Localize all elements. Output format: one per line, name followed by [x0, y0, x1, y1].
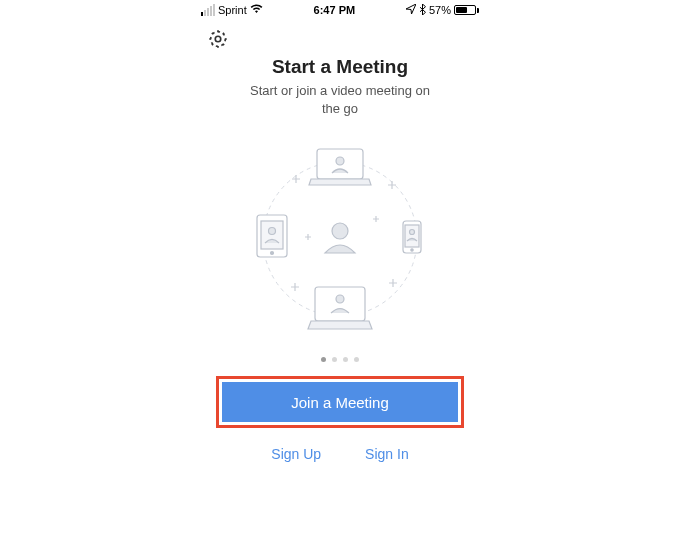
svg-point-8	[271, 252, 274, 255]
sign-in-link[interactable]: Sign In	[365, 446, 409, 462]
join-button-highlight: Join a Meeting	[216, 376, 464, 428]
battery-icon	[454, 5, 479, 15]
phone-screen: Sprint 6:47 PM 57%	[195, 0, 485, 536]
page-subtitle: Start or join a video meeting on the go	[250, 82, 430, 117]
gear-icon[interactable]	[207, 36, 229, 53]
svg-point-5	[336, 157, 344, 165]
svg-point-3	[332, 223, 348, 239]
page-indicator	[321, 357, 359, 362]
page-dot	[354, 357, 359, 362]
top-bar	[195, 20, 485, 54]
join-meeting-button[interactable]: Join a Meeting	[222, 382, 458, 422]
svg-point-0	[215, 36, 221, 42]
svg-rect-14	[315, 287, 365, 321]
sign-up-link[interactable]: Sign Up	[271, 446, 321, 462]
svg-point-9	[269, 228, 276, 235]
status-left: Sprint	[201, 4, 263, 16]
svg-point-1	[211, 32, 226, 47]
signal-icon	[201, 4, 215, 16]
status-bar: Sprint 6:47 PM 57%	[195, 0, 485, 20]
devices-illustration	[235, 131, 445, 345]
page-title: Start a Meeting	[272, 56, 408, 78]
auth-links: Sign Up Sign In	[271, 446, 408, 462]
status-time: 6:47 PM	[314, 4, 356, 16]
page-dot	[321, 357, 326, 362]
svg-point-15	[336, 295, 344, 303]
svg-point-12	[411, 249, 413, 251]
page-dot	[343, 357, 348, 362]
bluetooth-icon	[419, 4, 426, 17]
location-icon	[406, 4, 416, 16]
svg-rect-11	[405, 225, 419, 247]
svg-point-13	[410, 230, 415, 235]
battery-pct: 57%	[429, 4, 451, 16]
wifi-icon	[250, 4, 263, 16]
carrier-label: Sprint	[218, 4, 247, 16]
status-right: 57%	[406, 4, 479, 17]
onboarding-content: Start a Meeting Start or join a video me…	[195, 54, 485, 536]
page-dot	[332, 357, 337, 362]
